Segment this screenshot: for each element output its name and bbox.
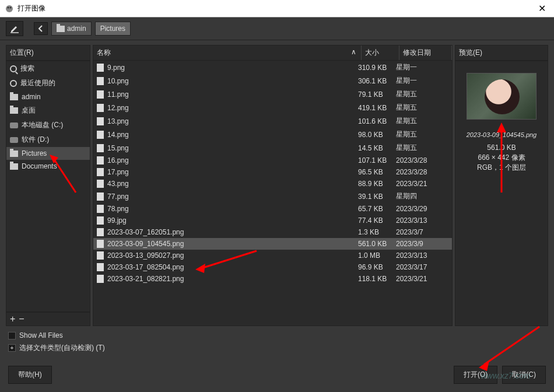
file-row[interactable]: 99.jpg77.4 KB2023/3/13 <box>93 215 452 226</box>
breadcrumb-admin[interactable]: admin <box>51 22 92 36</box>
sidebar-item[interactable]: Documents <box>6 160 90 173</box>
file-row[interactable]: 2023-03-07_162051.png1.3 KB2023/3/7 <box>93 226 452 238</box>
sidebar-item[interactable]: Pictures <box>6 147 90 160</box>
folder-icon <box>10 107 18 114</box>
file-row[interactable]: 14.png98.0 KB星期五 <box>93 128 452 141</box>
file-row[interactable]: 43.png88.9 KB2023/3/21 <box>93 178 452 190</box>
sidebar-item[interactable]: admin <box>6 90 90 103</box>
sidebar-item[interactable]: 搜索 <box>6 61 90 76</box>
drive-icon <box>10 123 18 128</box>
drive-icon <box>10 137 18 143</box>
svg-point-2 <box>10 6 12 8</box>
file-name: 43.png <box>107 180 129 188</box>
file-row[interactable]: 11.png79.1 KB星期五 <box>93 88 452 101</box>
file-row[interactable]: 16.png107.1 KB2023/3/28 <box>93 155 452 166</box>
file-row[interactable]: 12.png419.1 KB星期五 <box>93 101 452 114</box>
file-row[interactable]: 10.png306.1 KB星期一 <box>93 74 452 88</box>
file-name: 78.png <box>107 205 129 213</box>
edit-path-button[interactable] <box>6 21 23 36</box>
file-icon <box>97 205 104 213</box>
file-name: 77.png <box>107 192 129 201</box>
file-icon <box>97 64 104 72</box>
file-type-row[interactable]: + 选择文件类型(自动检测) (T) <box>8 341 546 355</box>
back-button[interactable] <box>34 22 48 35</box>
file-size: 14.5 KB <box>358 144 396 152</box>
search-icon <box>10 65 17 72</box>
options-area: Show All Files + 选择文件类型(自动检测) (T) <box>0 326 554 358</box>
svg-point-1 <box>8 6 9 8</box>
file-type-label: 选择文件类型(自动检测) (T) <box>19 343 105 353</box>
preview-filename: 2023-03-09_104545.png <box>460 131 543 138</box>
sidebar-item[interactable]: 最近使用的 <box>6 76 90 90</box>
sidebar-item-label: 本地磁盘 (C:) <box>22 120 63 130</box>
sidebar-item-label: Documents <box>22 162 57 170</box>
file-icon <box>97 168 104 176</box>
file-date: 2023/3/9 <box>396 240 448 248</box>
file-name: 99.jpg <box>107 216 127 225</box>
file-size: 65.7 KB <box>358 205 396 213</box>
breadcrumb-pictures[interactable]: Pictures <box>95 22 131 36</box>
file-name: 14.png <box>107 131 129 139</box>
help-button[interactable]: 帮助(H) <box>8 366 52 384</box>
breadcrumb-label: admin <box>67 24 86 33</box>
file-row[interactable]: 2023-03-21_082821.png118.1 KB2023/3/21 <box>93 273 452 285</box>
app-icon <box>5 4 14 13</box>
column-name[interactable]: 名称 ∧ <box>93 46 362 60</box>
file-list: 9.png310.9 KB星期一10.png306.1 KB星期一11.png7… <box>93 61 453 326</box>
add-bookmark-button[interactable]: + <box>10 314 15 324</box>
expander-icon[interactable]: + <box>8 344 16 352</box>
close-icon[interactable]: ✕ <box>535 3 549 14</box>
file-size: 39.1 KB <box>358 192 396 201</box>
file-icon <box>97 156 104 164</box>
file-name: 15.png <box>107 144 129 152</box>
sidebar-item-label: 搜索 <box>20 64 34 74</box>
file-size: 77.4 KB <box>358 216 396 225</box>
file-date: 2023/3/21 <box>396 275 448 283</box>
file-row[interactable]: 2023-03-13_095027.png1.0 MB2023/3/13 <box>93 250 452 261</box>
file-row[interactable]: 17.png96.5 KB2023/3/28 <box>93 166 452 178</box>
preview-size: 561.0 KB <box>460 143 543 153</box>
button-bar: 帮助(H) 打开(O) 取消(C) <box>0 366 554 384</box>
svg-point-0 <box>6 5 13 12</box>
preview-area: 预览(E) 2023-03-09_104545.png 561.0 KB 666… <box>455 45 548 326</box>
sidebar-list: 搜索最近使用的admin桌面本地磁盘 (C:)软件 (D:)PicturesDo… <box>6 61 90 312</box>
file-row[interactable]: 9.png310.9 KB星期一 <box>93 61 452 74</box>
column-date[interactable]: 修改日期 <box>399 46 452 60</box>
sidebar-footer: + − <box>6 312 90 326</box>
remove-bookmark-button[interactable]: − <box>19 314 24 324</box>
file-area: 名称 ∧ 大小 修改日期 9.png310.9 KB星期一10.png306.1… <box>93 45 453 326</box>
file-row[interactable]: 78.png65.7 KB2023/3/29 <box>93 203 452 215</box>
file-icon <box>97 131 104 139</box>
file-size: 79.1 KB <box>358 90 396 99</box>
show-all-label: Show All Files <box>19 331 63 340</box>
file-icon <box>97 240 104 248</box>
file-name: 13.png <box>107 117 129 125</box>
file-date: 2023/3/28 <box>396 168 448 176</box>
file-size: 98.0 KB <box>358 131 396 139</box>
preview-header: 预览(E) <box>455 45 548 61</box>
file-size: 306.1 KB <box>358 77 396 85</box>
sidebar-item-label: 桌面 <box>22 106 36 116</box>
file-icon <box>97 275 104 283</box>
checkbox-icon[interactable] <box>8 332 16 340</box>
open-button[interactable]: 打开(O) <box>454 366 497 384</box>
file-icon <box>97 216 104 225</box>
file-row[interactable]: 13.png101.6 KB星期五 <box>93 114 452 128</box>
cancel-button[interactable]: 取消(C) <box>502 366 546 384</box>
toolbar: admin Pictures <box>0 18 554 40</box>
file-date: 星期五 <box>396 89 448 99</box>
file-date: 星期五 <box>396 143 448 153</box>
sidebar-item[interactable]: 桌面 <box>6 103 90 118</box>
file-icon <box>97 263 104 271</box>
preview-meta: 561.0 KB 666 × 442 像素 RGB，1 个图层 <box>460 143 543 172</box>
file-row[interactable]: 77.png39.1 KB星期四 <box>93 190 452 203</box>
file-row[interactable]: 15.png14.5 KB星期五 <box>93 141 452 155</box>
column-size[interactable]: 大小 <box>362 46 399 60</box>
sidebar-item[interactable]: 软件 (D:) <box>6 132 90 147</box>
file-row[interactable]: 2023-03-17_082504.png96.9 KB2023/3/17 <box>93 261 452 273</box>
file-date: 2023/3/21 <box>396 180 448 188</box>
file-row[interactable]: 2023-03-09_104545.png561.0 KB2023/3/9 <box>93 238 452 250</box>
file-date: 星期五 <box>396 103 448 113</box>
sidebar-item[interactable]: 本地磁盘 (C:) <box>6 118 90 132</box>
show-all-files-row[interactable]: Show All Files <box>8 330 546 341</box>
